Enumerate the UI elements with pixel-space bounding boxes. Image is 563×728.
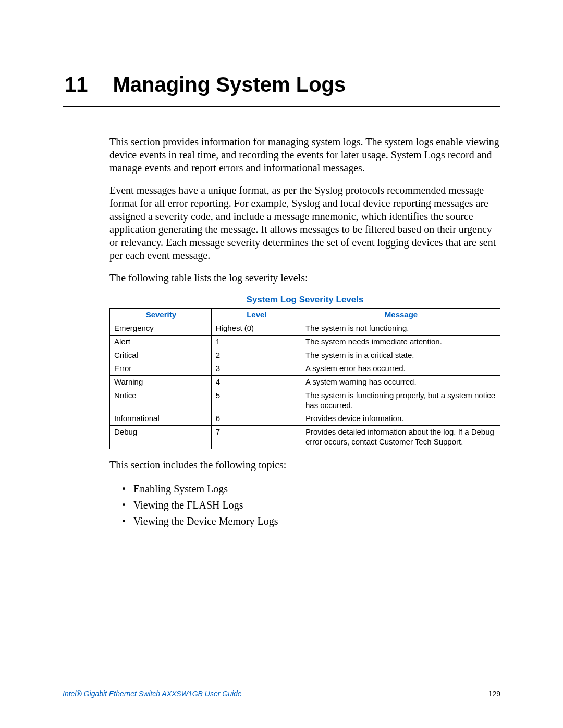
topics-list: Enabling System LogsViewing the FLASH Lo…: [120, 481, 500, 529]
cell-level: 7: [211, 426, 301, 449]
cell-message: A system error has occurred.: [301, 362, 500, 376]
cell-level: 6: [211, 412, 301, 426]
cell-severity: Alert: [110, 335, 212, 349]
chapter-number: 11: [65, 73, 88, 96]
cell-severity: Warning: [110, 376, 212, 389]
table-row: Notice5The system is functioning properl…: [110, 389, 500, 412]
cell-message: Provides device information.: [301, 412, 500, 426]
severity-table: Severity Level Message EmergencyHighest …: [109, 308, 500, 449]
cell-level: 4: [211, 376, 301, 389]
cell-severity: Notice: [110, 389, 212, 412]
cell-message: The system needs immediate attention.: [301, 335, 500, 349]
list-item: Viewing the Device Memory Logs: [120, 513, 500, 529]
table-row: Error3A system error has occurred.: [110, 362, 500, 376]
cell-message: The system is not functioning.: [301, 322, 500, 336]
page-footer: Intel® Gigabit Ethernet Switch AXXSW1GB …: [63, 689, 500, 698]
cell-level: 2: [211, 349, 301, 362]
footer-page-number: 129: [488, 689, 500, 698]
cell-severity: Debug: [110, 426, 212, 449]
cell-severity: Emergency: [110, 322, 212, 336]
intro-paragraph-3: The following table lists the log severi…: [109, 272, 500, 285]
intro-paragraph-1: This section provides information for ma…: [109, 135, 500, 175]
page-content: 11 Managing System Logs This section pro…: [0, 0, 563, 529]
table-header-row: Severity Level Message: [110, 309, 500, 322]
cell-level: Highest (0): [211, 322, 301, 336]
chapter-header: 11 Managing System Logs: [63, 73, 500, 107]
list-item: Enabling System Logs: [120, 481, 500, 497]
cell-message: A system warning has occurred.: [301, 376, 500, 389]
intro-paragraph-2: Event messages have a unique format, as …: [109, 184, 500, 262]
table-row: Informational6Provides device informatio…: [110, 412, 500, 426]
table-row: Critical2The system is in a critical sta…: [110, 349, 500, 362]
cell-level: 3: [211, 362, 301, 376]
table-row: Warning4A system warning has occurred.: [110, 376, 500, 389]
table-title: System Log Severity Levels: [109, 294, 500, 305]
table-row: EmergencyHighest (0)The system is not fu…: [110, 322, 500, 336]
cell-level: 1: [211, 335, 301, 349]
header-severity: Severity: [110, 309, 212, 322]
cell-message: The system is functioning properly, but …: [301, 389, 500, 412]
body-text: This section provides information for ma…: [109, 135, 500, 529]
cell-level: 5: [211, 389, 301, 412]
topics-intro: This section includes the following topi…: [109, 459, 500, 472]
table-row: Alert1The system needs immediate attenti…: [110, 335, 500, 349]
list-item: Viewing the FLASH Logs: [120, 497, 500, 513]
cell-severity: Informational: [110, 412, 212, 426]
footer-guide-title: Intel® Gigabit Ethernet Switch AXXSW1GB …: [63, 689, 242, 698]
chapter-title: Managing System Logs: [113, 73, 346, 96]
cell-message: Provides detailed information about the …: [301, 426, 500, 449]
header-level: Level: [211, 309, 301, 322]
cell-severity: Critical: [110, 349, 212, 362]
cell-severity: Error: [110, 362, 212, 376]
header-message: Message: [301, 309, 500, 322]
table-row: Debug7Provides detailed information abou…: [110, 426, 500, 449]
cell-message: The system is in a critical state.: [301, 349, 500, 362]
